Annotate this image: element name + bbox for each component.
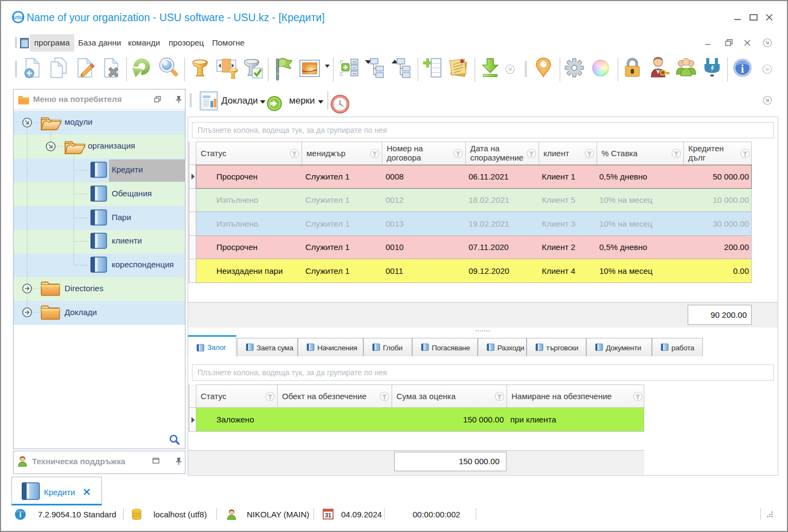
svg-text:i: i bbox=[20, 511, 22, 519]
svg-text:i: i bbox=[741, 62, 744, 75]
svg-text:USU: USU bbox=[14, 15, 23, 20]
svg-text:31: 31 bbox=[325, 512, 331, 518]
